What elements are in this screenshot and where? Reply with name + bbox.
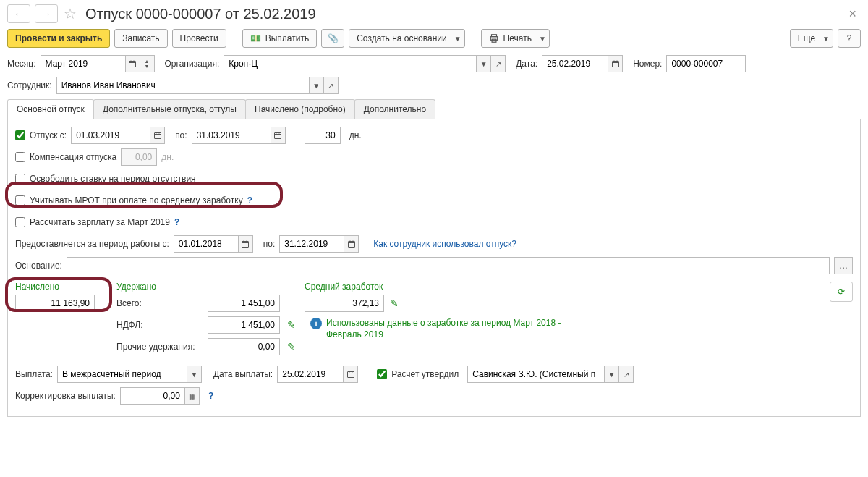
avg-edit-icon[interactable]: ✎ [390,297,399,309]
other-deductions-input[interactable] [208,338,280,355]
vacation-from-calendar[interactable] [150,127,165,144]
window-title: Отпуск 0000-000007 от 25.02.2019 [85,6,316,22]
nav-forward-button[interactable]: → [35,4,58,23]
tab-main-label: Основной отпуск [17,104,85,114]
more-button[interactable]: Еще ▼ [790,29,833,48]
svg-rect-3 [129,62,136,67]
mrot-checkbox[interactable] [15,195,25,206]
vacation-to-label: по: [175,130,187,140]
tab-additional-vacation[interactable]: Дополнительные отпуска, отгулы [93,99,246,119]
correction-input[interactable] [120,387,185,405]
accrued-value-input[interactable] [15,295,95,312]
correction-help-icon[interactable]: ? [208,391,213,401]
month-spinner[interactable]: ▲▼ [140,55,155,72]
month-label: Месяц: [7,59,36,69]
mrot-help-icon[interactable]: ? [247,195,252,206]
employee-open-button[interactable]: ↗ [324,77,339,94]
period-from-calendar[interactable] [239,235,253,253]
other-edit-icon[interactable]: ✎ [287,341,296,353]
payout-date-calendar[interactable] [344,366,358,383]
tab-accrued-detail[interactable]: Начислено (подробно) [245,99,355,119]
post-and-close-button[interactable]: Провести и закрыть [7,29,110,48]
how-used-vacation-link[interactable]: Как сотрудник использовал отпуск? [373,239,516,249]
period-from-input[interactable] [174,235,239,253]
avg-earnings-input[interactable] [305,295,384,312]
correction-label: Корректировка выплаты: [15,391,116,401]
pay-button[interactable]: 💵 Выплатить [242,29,318,48]
calendar-icon [273,131,282,140]
calendar-icon [347,240,356,248]
approver-dropdown[interactable]: ▼ [605,366,619,383]
payout-mode-dropdown[interactable]: ▼ [187,366,202,383]
basis-ellipsis-button[interactable]: … [834,257,853,274]
nav-back-button[interactable]: ← [7,4,30,23]
approver-input[interactable] [467,366,605,383]
employee-dropdown-button[interactable]: ▼ [310,77,324,94]
vacation-to-calendar[interactable] [271,127,286,144]
tab-extra[interactable]: Дополнительно [354,99,435,119]
vacation-days-unit: дн. [349,130,362,140]
svg-rect-6 [275,133,281,139]
ndfl-value-input[interactable] [208,316,280,334]
compensation-label: Компенсация отпуска [30,152,116,162]
approved-checkbox[interactable] [377,369,387,379]
create-based-button[interactable]: Создать на основании ▼ [349,29,464,48]
number-input[interactable] [666,55,746,72]
total-value-input[interactable] [208,295,280,312]
org-open-button[interactable]: ↗ [491,55,506,72]
tab-additional-label: Дополнительные отпуска, отгулы [103,104,237,114]
approver-open-button[interactable]: ↗ [619,366,634,383]
help-label: ? [847,33,852,43]
ndfl-edit-icon[interactable]: ✎ [287,319,296,331]
mrot-label: Учитывать МРОТ при оплате по среднему за… [30,195,243,206]
more-label: Еще [798,33,815,43]
compensation-checkbox[interactable] [15,152,25,162]
chevron-down-icon: ▼ [454,35,461,43]
recalc-salary-checkbox[interactable] [15,217,25,227]
month-input[interactable] [41,55,126,72]
date-input[interactable] [542,55,608,72]
calendar-icon [128,59,137,68]
refresh-button[interactable]: ⟳ [830,282,853,302]
svg-rect-7 [242,242,249,248]
print-label: Печать [503,33,532,43]
payout-date-label: Дата выплаты: [213,369,273,379]
payout-date-input[interactable] [277,366,344,383]
save-button[interactable]: Записать [114,29,167,48]
chevron-down-icon: ▼ [822,35,830,43]
vacation-from-input[interactable] [71,127,150,144]
ndfl-label: НДФЛ: [116,320,203,330]
release-rate-checkbox[interactable] [15,174,25,184]
refresh-icon: ⟳ [838,287,845,297]
org-input[interactable] [224,55,477,72]
recalc-help-icon[interactable]: ? [174,217,179,227]
post-button[interactable]: Провести [172,29,226,48]
vacation-checkbox[interactable] [15,130,25,140]
close-icon[interactable]: × [844,7,861,22]
employee-input[interactable] [56,77,310,94]
basis-input[interactable] [67,257,830,274]
org-dropdown-button[interactable]: ▼ [477,55,491,72]
tab-main-vacation[interactable]: Основной отпуск [7,99,94,119]
attach-button[interactable]: 📎 [321,29,344,48]
basis-label: Основание: [15,261,62,271]
period-to-calendar[interactable] [344,235,359,253]
favorite-star-icon[interactable]: ☆ [62,6,78,22]
recalc-salary-label: Рассчитать зарплату за Март 2019 [30,217,170,227]
vacation-to-input[interactable] [192,127,271,144]
create-based-label: Создать на основании [357,33,447,43]
print-button[interactable]: Печать ▼ [481,29,550,48]
release-rate-label: Освободить ставку на период отсутствия [30,174,196,184]
month-calendar-button[interactable] [126,55,140,72]
tab-extra-label: Дополнительно [364,104,426,114]
date-label: Дата: [516,59,537,69]
compensation-value [121,148,157,166]
compensation-unit: дн. [161,152,174,162]
printer-icon [489,33,499,43]
period-to-input[interactable] [279,235,344,253]
vacation-days-input[interactable] [305,127,341,144]
help-button[interactable]: ? [838,29,861,48]
correction-calc-button[interactable]: ▦ [185,387,200,405]
date-calendar-button[interactable] [608,55,623,72]
payout-mode-input[interactable] [57,366,187,383]
